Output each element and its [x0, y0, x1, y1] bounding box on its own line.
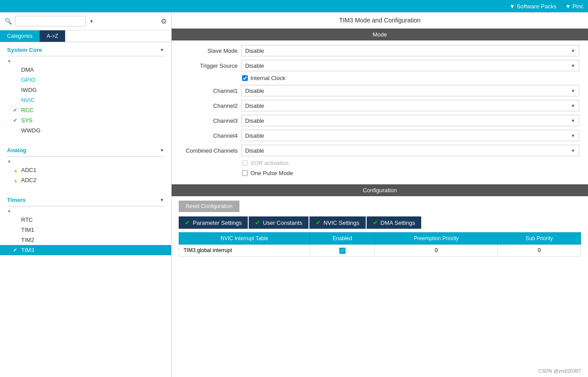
internal-clock-checkbox[interactable]: [242, 75, 248, 81]
tab-az[interactable]: A->Z: [40, 30, 65, 42]
sidebar-item-rcc[interactable]: ✔ RCC: [0, 105, 171, 115]
mode-section: Slave Mode Disable ▼ Trigger Source Disa…: [172, 40, 588, 184]
tim3-check-icon: ✔: [13, 247, 19, 253]
sidebar-item-tim3[interactable]: ✔ TIM3: [0, 245, 171, 255]
right-panel: TIM3 Mode and Configuration Mode Slave M…: [172, 12, 588, 377]
search-icon: 🔍: [4, 18, 12, 25]
category-system-core-label: System Core: [7, 47, 42, 53]
nvic-row-tim3-sub-priority: 0: [498, 245, 581, 257]
sidebar-item-rtc[interactable]: RTC: [0, 215, 171, 225]
user-constants-label: User Constants: [263, 220, 302, 226]
sidebar-item-wwdg[interactable]: WWDG: [0, 125, 171, 135]
category-timers[interactable]: Timers ▼: [0, 192, 171, 206]
nvic-row-tim3-name: TIM3 global interrupt: [179, 245, 310, 257]
sort-arrows-system-core[interactable]: ▲: [0, 56, 171, 65]
channel4-select[interactable]: Disable ▼: [241, 130, 579, 141]
slave-mode-select[interactable]: Disable ▼: [241, 45, 579, 56]
sidebar: 🔍 ▼ ⚙ Categories A->Z System Core ▼ ▲ DM…: [0, 12, 172, 377]
tab-user-constants[interactable]: ✔ User Constants: [249, 216, 309, 229]
tab-categories[interactable]: Categories: [0, 30, 40, 42]
nvic-row-tim3-enabled[interactable]: ✓: [310, 245, 375, 257]
gpio-label: GPIO: [21, 77, 36, 83]
sidebar-item-adc2[interactable]: ▲ ADC2: [0, 175, 171, 185]
internal-clock-label: Internal Clock: [250, 75, 285, 81]
slave-mode-row: Slave Mode Disable ▼: [180, 45, 579, 56]
channel3-arrow: ▼: [571, 118, 575, 123]
nvic-settings-label: NVIC Settings: [323, 220, 360, 226]
sidebar-item-dma[interactable]: DMA: [0, 65, 171, 75]
tab-dma-settings[interactable]: ✔ DMA Settings: [367, 216, 422, 229]
sort-arrows-timers[interactable]: ▲: [0, 206, 171, 215]
channel2-arrow: ▼: [571, 103, 575, 108]
channel4-row: Channel4 Disable ▼: [180, 130, 579, 141]
nvic-enabled-checkbox[interactable]: ✓: [339, 248, 345, 254]
config-section-header: Configuration: [172, 184, 588, 196]
category-system-core[interactable]: System Core ▼: [0, 42, 171, 56]
config-section: Configuration Reset Configuration ✔ Para…: [172, 184, 588, 377]
trigger-source-label: Trigger Source: [180, 62, 238, 69]
one-pulse-mode-label: One Pulse Mode: [250, 170, 293, 176]
footer-note: CSDN @yrx020307: [172, 365, 588, 377]
sidebar-content: System Core ▼ ▲ DMA GPIO IWDG NVIC: [0, 42, 171, 377]
sort-arrows-analog[interactable]: ▲: [0, 157, 171, 165]
sidebar-item-sys[interactable]: ✔ SYS: [0, 115, 171, 125]
slave-mode-label: Slave Mode: [180, 48, 238, 54]
sidebar-item-adc1[interactable]: ▲ ADC1: [0, 165, 171, 175]
combined-channels-arrow: ▼: [571, 148, 575, 153]
combined-channels-select[interactable]: Disable ▼: [241, 145, 579, 156]
channel2-row: Channel2 Disable ▼: [180, 100, 579, 111]
reset-configuration-button[interactable]: Reset Configuration: [179, 201, 239, 212]
channel4-arrow: ▼: [571, 133, 575, 138]
trigger-source-row: Trigger Source Disable ▼: [180, 60, 579, 71]
sidebar-tabs: Categories A->Z: [0, 30, 171, 42]
one-pulse-mode-row: One Pulse Mode: [180, 170, 579, 176]
pinout-menu[interactable]: ▼ Pinc: [565, 3, 584, 10]
trigger-source-select[interactable]: Disable ▼: [241, 60, 579, 71]
tab-parameter-settings[interactable]: ✔ Parameter Settings: [179, 216, 248, 229]
gear-icon[interactable]: ⚙: [161, 17, 167, 26]
channel3-label: Channel3: [180, 117, 238, 124]
rcc-label: RCC: [21, 107, 33, 113]
xor-activation-checkbox[interactable]: [242, 160, 248, 166]
user-constants-check-icon: ✔: [255, 219, 260, 226]
nvic-row-tim3: TIM3 global interrupt ✓ 0 0: [179, 245, 581, 257]
software-packs-menu[interactable]: ▼ Software Packs: [509, 3, 556, 10]
dma-settings-check-icon: ✔: [373, 219, 378, 226]
combined-channels-row: Combined Channels Disable ▼: [180, 145, 579, 156]
channel1-select[interactable]: Disable ▼: [241, 85, 579, 96]
adc2-warn-icon: ▲: [13, 178, 19, 183]
sidebar-item-tim1[interactable]: TIM1: [0, 225, 171, 235]
rcc-check-icon: ✔: [13, 107, 19, 113]
config-tabs: ✔ Parameter Settings ✔ User Constants ✔ …: [172, 216, 588, 229]
channel2-select[interactable]: Disable ▼: [241, 100, 579, 111]
category-analog-chevron: ▼: [160, 148, 164, 153]
category-analog[interactable]: Analog ▼: [0, 143, 171, 156]
trigger-source-arrow: ▼: [571, 63, 575, 68]
channel4-label: Channel4: [180, 132, 238, 139]
channel1-label: Channel1: [180, 88, 238, 94]
tim3-label: TIM3: [21, 247, 34, 253]
search-dropdown-arrow[interactable]: ▼: [89, 19, 94, 24]
wwdg-label: WWDG: [21, 127, 40, 134]
sidebar-item-nvic[interactable]: NVIC: [0, 95, 171, 105]
category-timers-label: Timers: [7, 197, 26, 203]
tim1-label: TIM1: [21, 227, 34, 233]
category-timers-chevron: ▼: [160, 198, 164, 202]
channel2-label: Channel2: [180, 102, 238, 109]
channel3-select[interactable]: Disable ▼: [241, 115, 579, 126]
category-system-core-chevron: ▼: [160, 48, 164, 52]
sidebar-item-tim2[interactable]: TIM2: [0, 235, 171, 245]
search-input[interactable]: [15, 16, 86, 26]
tab-nvic-settings[interactable]: ✔ NVIC Settings: [309, 216, 366, 229]
sidebar-item-iwdg[interactable]: IWDG: [0, 85, 171, 95]
one-pulse-mode-checkbox[interactable]: [242, 170, 248, 176]
sys-check-icon: ✔: [13, 117, 19, 123]
dma-label: DMA: [21, 66, 34, 73]
sidebar-item-gpio[interactable]: GPIO: [0, 75, 171, 85]
panel-title: TIM3 Mode and Configuration: [172, 12, 588, 29]
rtc-label: RTC: [21, 216, 33, 223]
main-layout: 🔍 ▼ ⚙ Categories A->Z System Core ▼ ▲ DM…: [0, 12, 588, 377]
channel3-row: Channel3 Disable ▼: [180, 115, 579, 126]
adc1-warn-icon: ▲: [13, 168, 19, 173]
adc1-label: ADC1: [21, 167, 37, 173]
